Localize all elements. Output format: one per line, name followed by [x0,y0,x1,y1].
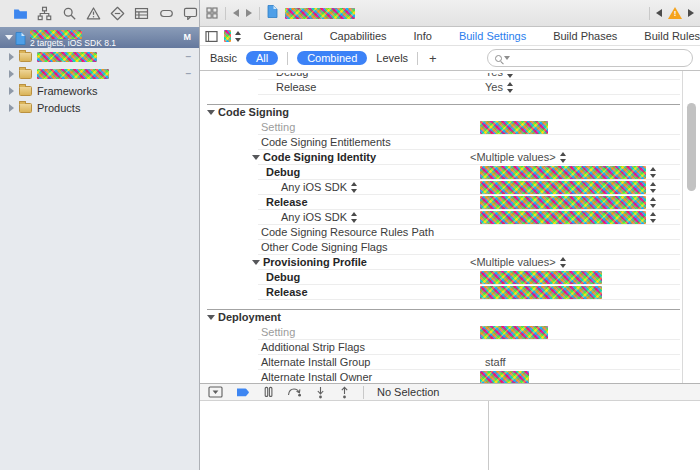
disclosure-down-icon[interactable] [207,110,215,115]
value-scrambled[interactable] [480,286,602,299]
tab-info[interactable]: Info [414,30,432,42]
settings-row[interactable]: Code Signing Resource Rules Path [200,225,682,240]
settings-row[interactable]: Provisioning Profile<Multiple values> [200,255,682,270]
forward-button[interactable] [246,9,252,17]
scope-combined[interactable]: Combined [297,51,367,65]
scrollbar-thumb[interactable] [687,103,696,191]
navigator-item[interactable]: Products [0,99,199,116]
value-stepper-icon[interactable] [650,212,657,223]
value-stepper-icon[interactable] [507,73,514,78]
settings-row[interactable]: Release [200,285,682,300]
tab-build-settings[interactable]: Build Settings [459,30,526,42]
value-text[interactable]: Yes [485,73,503,80]
value-scrambled[interactable] [480,121,548,134]
settings-row[interactable]: DebugYes [200,73,682,80]
value-scrambled[interactable] [480,181,646,194]
hide-debug-area-icon[interactable] [208,386,223,398]
test-navigator-icon[interactable] [109,3,126,24]
settings-row[interactable]: Other Code Signing Flags [200,240,682,255]
tab-build-phases[interactable]: Build Phases [553,30,617,42]
setting-value [470,210,657,225]
add-build-setting-button[interactable]: + [429,51,437,66]
previous-issue-button[interactable] [656,9,662,17]
settings-row[interactable]: Alternate Install Groupstaff [200,355,682,370]
value-text[interactable]: <Multiple values> [470,255,556,270]
disclosure-right-icon[interactable] [9,104,14,112]
value-scrambled[interactable] [480,271,602,284]
scope-basic[interactable]: Basic [210,52,237,64]
value-scrambled[interactable] [480,371,529,383]
report-navigator-icon[interactable] [182,3,199,24]
search-options-chevron-icon[interactable] [504,56,510,60]
sdk-stepper-icon[interactable] [351,182,358,193]
value-stepper-icon[interactable] [650,167,657,178]
value-stepper-icon[interactable] [650,182,657,193]
disclosure-down-icon[interactable] [252,260,260,265]
scope-all[interactable]: All [246,51,278,65]
value-stepper-icon[interactable] [560,152,567,163]
navigator-list: ––FrameworksProducts [0,48,199,116]
settings-row[interactable]: Setting [200,120,682,135]
value-stepper-icon[interactable] [650,197,657,208]
issue-navigator-icon[interactable] [85,3,102,24]
sdk-stepper-icon[interactable] [351,212,358,223]
settings-row[interactable]: Release [200,195,682,210]
settings-row[interactable]: Any iOS SDK [200,180,682,195]
navigator-item[interactable]: Frameworks [0,82,199,99]
search-input[interactable] [513,51,692,65]
breakpoints-toggle-icon[interactable] [236,387,250,398]
navigator-item[interactable]: – [0,48,199,65]
settings-row[interactable]: Code Signing Entitlements [200,135,682,150]
settings-row[interactable]: Debug [200,165,682,180]
project-navigator-icon[interactable] [12,3,29,24]
settings-row[interactable]: ReleaseYes [200,80,682,95]
disclosure-down-icon[interactable] [207,315,215,320]
settings-row[interactable]: Code Signing Identity<Multiple values> [200,150,682,165]
symbol-navigator-icon[interactable] [36,3,53,24]
value-scrambled[interactable] [480,326,548,339]
settings-row[interactable]: Setting [200,325,682,340]
target-stepper-icon[interactable] [235,31,242,42]
editor-area: ! GeneralCapabilitiesInfoBuild SettingsB… [200,0,700,470]
warning-icon[interactable]: ! [668,7,682,19]
file-name-scrambled[interactable] [285,8,355,19]
debug-navigator-icon[interactable] [133,3,150,24]
tab-capabilities[interactable]: Capabilities [330,30,387,42]
disclosure-right-icon[interactable] [9,53,14,61]
value-text[interactable]: <Multiple values> [470,150,556,165]
target-name-scrambled[interactable] [224,30,231,42]
show-targets-list-icon[interactable] [205,30,218,43]
setting-label: Alternate Install Group [261,356,370,368]
settings-row[interactable]: Any iOS SDK [200,210,682,225]
value-scrambled[interactable] [480,196,646,209]
tab-build-rules[interactable]: Build Rules [644,30,700,42]
tab-general[interactable]: General [264,30,303,42]
value-text[interactable]: Yes [485,80,503,95]
value-scrambled[interactable] [480,166,646,179]
step-into-icon[interactable] [315,386,326,399]
settings-row[interactable]: Additional Strip Flags [200,340,682,355]
disclosure-right-icon[interactable] [9,70,14,78]
disclosure-down-icon[interactable] [5,35,13,40]
find-navigator-icon[interactable] [61,3,78,24]
value-stepper-icon[interactable] [560,257,567,268]
step-over-icon[interactable] [287,386,302,398]
next-issue-button[interactable] [688,9,694,17]
scope-levels[interactable]: Levels [376,52,408,64]
search-field[interactable] [487,49,693,67]
disclosure-right-icon[interactable] [9,87,14,95]
value-scrambled[interactable] [480,211,646,224]
step-out-icon[interactable] [339,386,350,399]
value-stepper-icon[interactable] [507,82,514,93]
related-items-icon[interactable] [206,7,218,19]
breakpoint-navigator-icon[interactable] [158,3,175,24]
project-subtitle: 2 targets, iOS SDK 8.1 [30,38,116,48]
disclosure-down-icon[interactable] [252,155,260,160]
back-button[interactable] [233,9,239,17]
settings-row[interactable]: Alternate Install Owner [200,370,682,383]
value-text[interactable]: staff [485,355,506,370]
settings-row[interactable]: Debug [200,270,682,285]
project-row[interactable]: 2 targets, iOS SDK 8.1 M [0,27,199,48]
navigator-item[interactable]: – [0,65,199,82]
pause-icon[interactable] [263,386,274,398]
